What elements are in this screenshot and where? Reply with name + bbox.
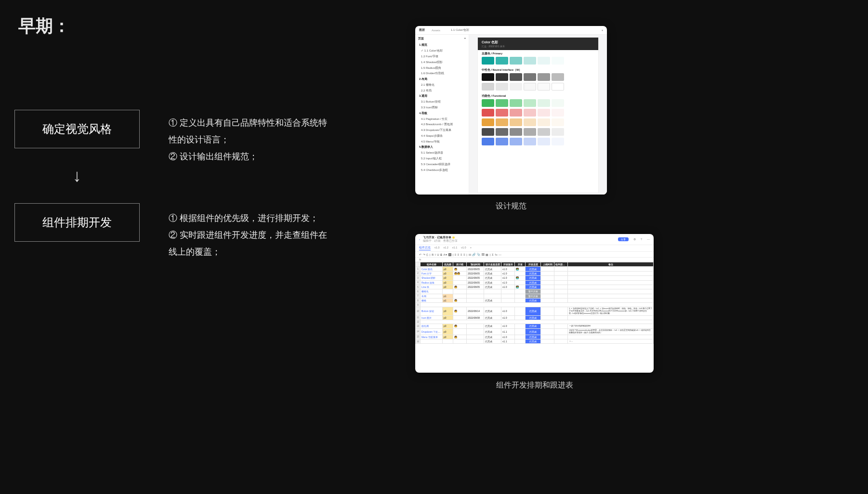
sheet-tab[interactable]: v1.2	[443, 246, 448, 250]
color-swatch	[552, 138, 564, 145]
color-swatch	[524, 118, 536, 126]
color-swatch	[510, 99, 522, 107]
table-header: 上线时间	[541, 262, 554, 267]
spec-tree-item[interactable]: 4.5 Menu/导航	[418, 139, 466, 144]
spec-tree-item[interactable]: 5.1 Select/选择器	[418, 150, 466, 156]
spec-tree-item[interactable]: 2.1 栅格化	[418, 82, 466, 88]
tab-assets[interactable]: Assets	[432, 29, 440, 32]
slide-title: 早期：	[18, 14, 70, 38]
table-row: 5Line 线p0🧑2022/08/05已完成v1.0👩‍💻已完成	[416, 285, 654, 289]
color-swatch	[510, 83, 522, 91]
component-link[interactable]: 布局	[421, 295, 426, 298]
sheet-toolbar: ↶ ↷ ⎙ | B I U S̶ A▾ 🅰 | ≡ ≡ ≡ ≡ | ⊞ 🔗 📎 …	[415, 252, 654, 258]
color-swatch	[496, 99, 508, 107]
spec-tree-item[interactable]: 1.2 Font/字体	[418, 54, 466, 60]
spec-artboard: Color 色彩 汇总 · 2022/10/1 发布 主题色 / Primary…	[478, 38, 598, 193]
more-icon[interactable]: ⋯	[647, 238, 650, 241]
table-header: 组件源优化	[554, 262, 568, 267]
component-link[interactable]: Radius 圆角	[421, 281, 434, 284]
step2-bullets: ① 根据组件的优先级，进行排期开发； ② 实时跟进组件开发进度，并走查组件在线上…	[169, 210, 332, 260]
sheet-docbar: ‹ 飞书开发 - 记账库存单 ⭐ 编辑于 · 1月前 · 查看已分享 分享 ⚙ …	[415, 234, 654, 245]
color-swatch	[538, 73, 550, 81]
color-swatch	[482, 109, 494, 117]
table-row: 10Button 按钮p0🧑2022/08/14已完成v1.0已完成1.▪️当前…	[416, 307, 654, 315]
formula-bar[interactable]: fx	[415, 258, 654, 262]
table-header: 设计稿	[453, 262, 467, 267]
color-swatch	[496, 128, 508, 136]
spec-tree-item[interactable]: 2.布局	[418, 77, 466, 82]
step2-bullet-2: ② 实时跟进组件开发进度，并走查组件在线上的覆盖；	[169, 227, 332, 260]
color-swatch	[524, 83, 536, 91]
spec-tree-item[interactable]: 4.2 Breadcrumb / 面包屑	[418, 122, 466, 128]
back-icon[interactable]: ‹	[419, 238, 420, 241]
table-row: 16已完成v1.1已完成▪️...	[416, 339, 654, 343]
sheet-tab[interactable]: 组件总览	[419, 246, 431, 250]
tab-layers[interactable]: 图层	[419, 28, 425, 32]
table-header	[416, 262, 421, 267]
spec-tree-item[interactable]: 1.规范	[418, 42, 466, 48]
spec-tree-item[interactable]: 1.5 Radius/圆角	[418, 65, 466, 71]
spec-tree-item[interactable]: 3.通用	[418, 93, 466, 99]
component-link[interactable]: Menu 导航菜单	[421, 336, 438, 338]
color-swatch	[552, 99, 564, 107]
sheet-tabbar: 组件总览v1.3v1.2v1.1v1.0+	[415, 245, 654, 252]
sheet-tab[interactable]: v1.3	[434, 246, 439, 250]
help-icon[interactable]: ?	[641, 238, 642, 241]
swatch-row	[478, 99, 598, 109]
sheet-tab[interactable]: v1.0	[461, 246, 466, 250]
component-link[interactable]: Dropdown 下拉菜单	[421, 330, 443, 333]
spec-tree-item[interactable]: 2.2 布局	[418, 88, 466, 93]
spec-tree-item[interactable]: 4.导航	[418, 110, 466, 116]
settings-icon[interactable]: ⚙	[633, 238, 636, 241]
swatch-row	[478, 73, 598, 83]
spec-tree-item[interactable]: 1.1 Color/色彩	[418, 48, 466, 54]
spec-tree-item[interactable]: 3.1 Button/按钮	[418, 99, 466, 105]
artboard-subtitle: 汇总 · 2022/10/1 发布	[482, 45, 594, 48]
doc-subtitle: 编辑于 · 1月前 · 查看已分享	[423, 239, 458, 242]
spec-tree-item[interactable]: 4.4 Steps/步骤条	[418, 133, 466, 139]
component-link[interactable]: 栅格	[421, 299, 426, 302]
share-button[interactable]: 分享	[618, 237, 629, 241]
color-swatch	[482, 128, 494, 136]
color-swatch	[510, 118, 522, 126]
spec-tree-item[interactable]: 5.数据录入	[418, 144, 466, 150]
spec-tree-item[interactable]: 3.3 Icon/图标	[418, 105, 466, 111]
swatch-row	[478, 128, 598, 138]
color-swatch	[524, 128, 536, 136]
table-header: 预估时间	[467, 262, 484, 267]
component-link[interactable]: 面包屑	[421, 325, 429, 327]
spec-tree-item[interactable]: 5.2 Input/输入框	[418, 156, 466, 162]
tab-add[interactable]: +	[470, 246, 472, 250]
component-link[interactable]: Button 按钮	[421, 310, 434, 312]
topbar-icons: ▾	[602, 28, 603, 32]
spec-tree-item[interactable]: 5.3 Cascader/级联选择	[418, 161, 466, 167]
component-link[interactable]: Shadow 阴影	[421, 276, 435, 279]
component-link[interactable]: Line 线	[421, 286, 429, 288]
component-link[interactable]: Font 文字	[421, 272, 432, 275]
schedule-sheet-screenshot: ‹ 飞书开发 - 记账库存单 ⭐ 编辑于 · 1月前 · 查看已分享 分享 ⚙ …	[415, 234, 654, 373]
spec-canvas: Color 色彩 汇总 · 2022/10/1 发布 主题色 / Primary…	[469, 35, 607, 195]
spec-tree-item[interactable]: 1.4 Shadow/阴影	[418, 59, 466, 65]
color-swatch	[538, 138, 550, 145]
spec-tree-item[interactable]: 4.3 Dropdown/下拉菜单	[418, 128, 466, 133]
table-row: 2Font 文字p0🧑🧑2022/08/05已完成v1.0已完成	[416, 271, 654, 275]
spec-tree-item[interactable]: 1.6 Divider/分割线	[418, 71, 466, 77]
step2-bullet-1: ① 根据组件的优先级，进行排期开发；	[169, 210, 332, 227]
color-swatch	[510, 109, 522, 117]
component-link[interactable]: Color 颜色	[421, 268, 433, 271]
spec-tree-item[interactable]: 4.1 Pagination / 分页	[418, 116, 466, 122]
table-header: 组件名称	[421, 262, 443, 267]
component-link[interactable]: Icon 图片	[421, 316, 432, 319]
color-swatch	[538, 99, 550, 107]
component-link[interactable]: 栅格化	[421, 290, 429, 293]
sheet-tab[interactable]: v1.1	[452, 246, 457, 250]
add-page-icon[interactable]: +	[464, 37, 466, 41]
color-swatch	[482, 73, 494, 81]
table-row: 12	[416, 320, 654, 324]
schedule-table: 组件名称优先级设计稿预估时间设计走查进度开发版本开发开发进度上线时间组件源优化备…	[415, 262, 654, 344]
color-swatch	[538, 83, 550, 91]
spec-tree-item[interactable]: 5.4 Checkbox/多选框	[418, 167, 466, 173]
design-spec-screenshot: 图层 Assets 1.1 Color/色彩 ▾ 页面 + 1.规范1.1 Co…	[415, 26, 607, 195]
steps-column: 确定视觉风格 ↓ 组件排期开发	[14, 110, 140, 264]
color-swatch	[496, 118, 508, 126]
